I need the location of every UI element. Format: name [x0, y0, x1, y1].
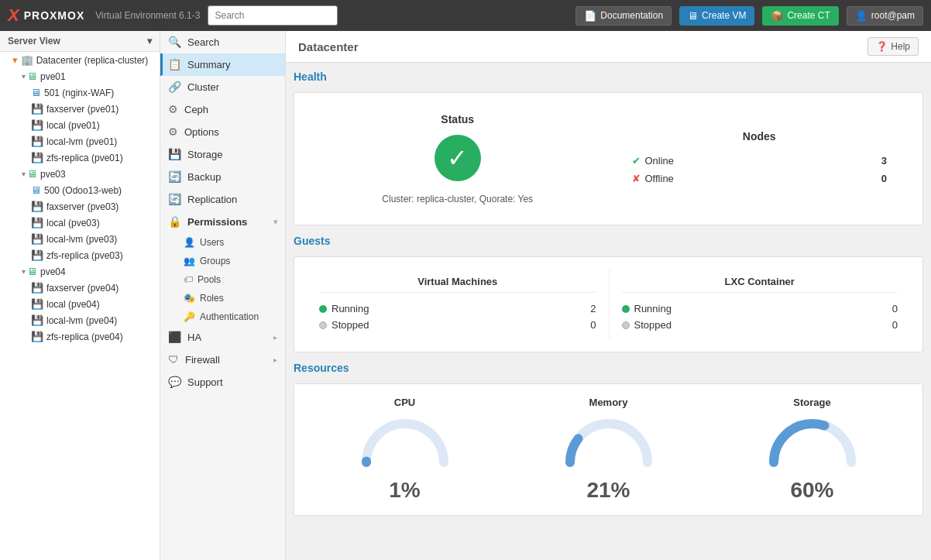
memory-label: Memory	[510, 397, 706, 408]
tree-item-faxserver-pve03[interactable]: 💾 faxserver (pve03)	[0, 198, 160, 215]
create-vm-button[interactable]: 🖥 Create VM	[679, 6, 754, 26]
documentation-button[interactable]: 📄 Documentation	[575, 6, 672, 26]
server-view-chevron: ▾	[147, 36, 152, 46]
user-icon: 👤	[855, 10, 867, 22]
tree-item-locallvm-pve03[interactable]: 💾 local-lvm (pve03)	[0, 231, 160, 247]
locallvm03-icon: 💾	[31, 233, 43, 245]
nav-item-permissions[interactable]: 🔒 Permissions ▾	[160, 211, 285, 233]
vm-500-icon: 🖥	[31, 184, 41, 196]
online-count: 3	[881, 155, 887, 167]
nav-item-cluster[interactable]: 🔗 Cluster	[160, 76, 285, 98]
permissions-arrow-icon: ▾	[273, 218, 277, 226]
logo-ve: Virtual Environment 6.1-3	[95, 10, 200, 21]
tree-item-pve01[interactable]: ▾ 🖥 pve01	[0, 68, 160, 84]
help-button[interactable]: ❓ Help	[867, 37, 919, 56]
nav-sub-roles-label: Roles	[200, 293, 224, 304]
nav-sub-auth-label: Authentication	[200, 311, 259, 322]
nav-sub-groups-label: Groups	[200, 256, 230, 266]
nav-item-support[interactable]: 💬 Support	[160, 371, 285, 393]
pve01-label: pve01	[40, 71, 66, 82]
local03-label: local (pve03)	[46, 218, 100, 228]
zfs03-icon: 💾	[31, 249, 43, 261]
nav-sub-item-users[interactable]: 👤 Users	[160, 233, 285, 252]
storage-label: Storage	[714, 397, 910, 408]
storage-resource-col: Storage 60%	[714, 397, 910, 503]
tree-item-faxserver-pve01[interactable]: 💾 faxserver (pve01)	[0, 101, 160, 117]
help-icon: ❓	[876, 41, 888, 52]
nav-sub-item-pools[interactable]: 🏷 Pools	[160, 270, 285, 289]
ha-nav-icon: ⬛	[168, 331, 181, 343]
locallvm04-label: local-lvm (pve04)	[46, 315, 117, 326]
cpu-pct: 1%	[307, 478, 503, 503]
nav-item-storage[interactable]: 💾 Storage	[160, 143, 285, 166]
guests-section-title: Guests	[294, 235, 923, 250]
vm-stopped-count: 0	[590, 319, 596, 331]
tree-item-zfsreplica-pve01[interactable]: 💾 zfs-replica (pve01)	[0, 149, 160, 166]
tree-item-locallvm-pve04[interactable]: 💾 local-lvm (pve04)	[0, 312, 160, 328]
user-button[interactable]: 👤 root@pam	[847, 6, 923, 26]
create-ct-button[interactable]: 📦 Create CT	[762, 6, 838, 26]
nodes-online-row: ✔Online 3	[624, 152, 895, 170]
nav-sub-item-groups[interactable]: 👥 Groups	[160, 252, 285, 270]
nav-panel: 🔍 Search 📋 Summary 🔗 Cluster ⚙ Ceph ⚙ Op…	[160, 31, 286, 560]
search-input[interactable]	[208, 5, 338, 26]
fax01-icon: 💾	[31, 103, 43, 115]
server-view-header[interactable]: Server View ▾	[0, 31, 160, 52]
pve03-chevron: ▾	[22, 170, 26, 178]
tree-item-locallvm-pve01[interactable]: 💾 local-lvm (pve01)	[0, 133, 160, 149]
tree-item-local-pve03[interactable]: 💾 local (pve03)	[0, 215, 160, 231]
lxc-col-title: LXC Container	[622, 276, 898, 293]
lxc-running-dot	[622, 305, 630, 313]
nav-item-summary[interactable]: 📋 Summary	[160, 53, 285, 76]
tree-item-local-pve01[interactable]: 💾 local (pve01)	[0, 117, 160, 133]
server-view-label: Server View	[8, 36, 60, 46]
nav-item-firewall[interactable]: 🛡 Firewall ▸	[160, 349, 285, 371]
tree-item-501[interactable]: 🖥 501 (nginx-WAF)	[0, 84, 160, 101]
nav-item-options[interactable]: ⚙ Options	[160, 121, 285, 143]
summary-nav-icon: 📋	[168, 58, 181, 70]
vm-col-title: Virtual Machines	[319, 276, 596, 293]
tree-item-datacenter[interactable]: ▾ 🏢 Datacenter (replica-cluster)	[0, 52, 160, 68]
nav-item-ha[interactable]: ⬛ HA ▸	[160, 326, 285, 349]
vm-stopped-dot	[319, 321, 327, 329]
health-nodes-title: Nodes	[624, 130, 895, 143]
vm-icon: 🖥	[688, 10, 698, 22]
tree-item-local-pve04[interactable]: 💾 local (pve04)	[0, 296, 160, 312]
vm-running-dot	[319, 305, 327, 313]
nav-sub-item-roles[interactable]: 🎭 Roles	[160, 289, 285, 307]
tree-item-500[interactable]: 🖥 500 (Odoo13-web)	[0, 182, 160, 198]
nav-sub-item-authentication[interactable]: 🔑 Authentication	[160, 307, 285, 326]
tree-item-zfsreplica-pve03[interactable]: 💾 zfs-replica (pve03)	[0, 247, 160, 263]
tree-item-zfsreplica-pve04[interactable]: 💾 zfs-replica (pve04)	[0, 328, 160, 345]
tree-item-faxserver-pve04[interactable]: 💾 faxserver (pve04)	[0, 280, 160, 296]
nav-item-ceph[interactable]: ⚙ Ceph	[160, 98, 285, 121]
resources-grid: CPU 1% Memory 21%	[307, 397, 910, 503]
content-header: Datacenter ❓ Help	[286, 31, 931, 63]
nodes-offline-row: ✘Offline 0	[624, 170, 895, 187]
permissions-nav-icon: 🔒	[168, 215, 181, 228]
nav-item-replication[interactable]: 🔄 Replication	[160, 188, 285, 211]
health-card: Status ✓ Cluster: replica-cluster, Quora…	[294, 92, 923, 225]
options-nav-icon: ⚙	[168, 125, 178, 138]
sidebar: Server View ▾ ▾ 🏢 Datacenter (replica-cl…	[0, 31, 160, 560]
health-status-title: Status	[441, 113, 474, 125]
local04-label: local (pve04)	[46, 299, 100, 310]
tree-item-pve03[interactable]: ▾ 🖥 pve03	[0, 166, 160, 182]
pve04-label: pve04	[40, 266, 66, 277]
nav-item-ceph-label: Ceph	[184, 104, 208, 115]
resources-card: CPU 1% Memory 21%	[294, 383, 923, 516]
fax03-icon: 💾	[31, 201, 43, 212]
roles-sub-icon: 🎭	[184, 293, 195, 304]
search-nav-icon: 🔍	[168, 36, 181, 48]
zfs03-label: zfs-replica (pve03)	[46, 250, 123, 261]
nav-item-search[interactable]: 🔍 Search	[160, 31, 285, 53]
nav-item-ha-label: HA	[187, 332, 201, 343]
local01-label: local (pve01)	[46, 120, 100, 131]
health-grid: Status ✓ Cluster: replica-cluster, Quora…	[307, 105, 910, 212]
nav-item-backup[interactable]: 🔄 Backup	[160, 166, 285, 188]
offline-icon: ✘Offline	[632, 173, 674, 184]
tree-item-pve04[interactable]: ▾ 🖥 pve04	[0, 263, 160, 280]
pools-sub-icon: 🏷	[184, 274, 193, 285]
storage-pct: 60%	[714, 478, 910, 503]
pve04-chevron: ▾	[22, 267, 26, 276]
